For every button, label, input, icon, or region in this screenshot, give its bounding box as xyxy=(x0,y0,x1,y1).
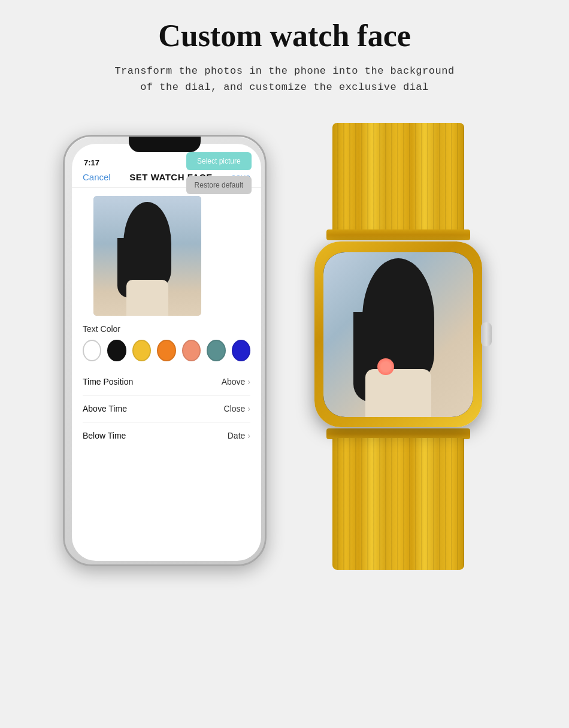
chevron-right-icon: › xyxy=(247,404,250,413)
watch-face-photo xyxy=(93,196,201,316)
setting-above-time[interactable]: Above Time Close › xyxy=(83,395,250,422)
watch-flower xyxy=(377,358,394,375)
right-panel: Select picture Restore default xyxy=(186,152,252,194)
hair-silhouette xyxy=(123,202,171,286)
photo-row: Select picture Restore default xyxy=(72,188,261,322)
watch-band-bottom xyxy=(332,438,464,570)
watch-hair-silhouette xyxy=(362,258,434,378)
phone-notch xyxy=(129,137,201,152)
page-subtitle: Transform the photos in the phone into t… xyxy=(114,63,454,95)
setting-value: Close › xyxy=(224,404,250,413)
text-color-section: Text Color xyxy=(72,324,261,361)
watch-photo xyxy=(323,252,473,417)
color-swatch-black[interactable] xyxy=(107,340,126,361)
status-time: 7:17 xyxy=(84,158,99,167)
setting-below-time[interactable]: Below Time Date › xyxy=(83,422,250,449)
color-swatch-white[interactable] xyxy=(83,340,101,361)
restore-default-button[interactable]: Restore default xyxy=(186,176,252,194)
chevron-right-icon: › xyxy=(247,377,250,386)
watch-body xyxy=(314,241,482,427)
color-swatch-teal[interactable] xyxy=(207,340,225,361)
phone-screen: 7:17 ▌▌▌ ∿ ▬ Cancel SET WATCH FACE save xyxy=(72,144,261,561)
setting-value: Above › xyxy=(222,377,250,386)
setting-label: Above Time xyxy=(83,404,127,413)
color-swatch-blue[interactable] xyxy=(232,340,250,361)
select-picture-button[interactable]: Select picture xyxy=(186,152,252,170)
settings-list: Time Position Above › Above Time Close › xyxy=(72,368,261,449)
watch-body-silhouette xyxy=(365,369,431,417)
photo-figure xyxy=(93,196,201,316)
setting-label: Below Time xyxy=(83,431,126,440)
content-row: 7:17 ▌▌▌ ∿ ▬ Cancel SET WATCH FACE save xyxy=(24,117,545,584)
color-swatch-yellow[interactable] xyxy=(132,340,151,361)
page: Custom watch face Transform the photos i… xyxy=(0,0,569,728)
watch-screen xyxy=(323,252,473,417)
watch-crown xyxy=(481,322,492,346)
setting-label: Time Position xyxy=(83,377,133,386)
watch-band-top-bar xyxy=(326,229,470,240)
chevron-right-icon: › xyxy=(247,431,250,440)
setting-time-position[interactable]: Time Position Above › xyxy=(83,368,250,395)
text-color-label: Text Color xyxy=(83,324,250,334)
phone-container: 7:17 ▌▌▌ ∿ ▬ Cancel SET WATCH FACE save xyxy=(63,135,267,566)
color-swatch-peach[interactable] xyxy=(182,340,201,361)
color-swatch-orange[interactable] xyxy=(157,340,175,361)
watch-container xyxy=(290,117,506,584)
phone: 7:17 ▌▌▌ ∿ ▬ Cancel SET WATCH FACE save xyxy=(63,135,267,566)
watch-band-top xyxy=(332,123,464,231)
cancel-button[interactable]: Cancel xyxy=(83,172,111,182)
page-title: Custom watch face xyxy=(158,18,411,53)
setting-value: Date › xyxy=(228,431,250,440)
color-swatches xyxy=(83,340,250,361)
body-silhouette xyxy=(126,280,168,316)
smartwatch xyxy=(296,123,500,578)
